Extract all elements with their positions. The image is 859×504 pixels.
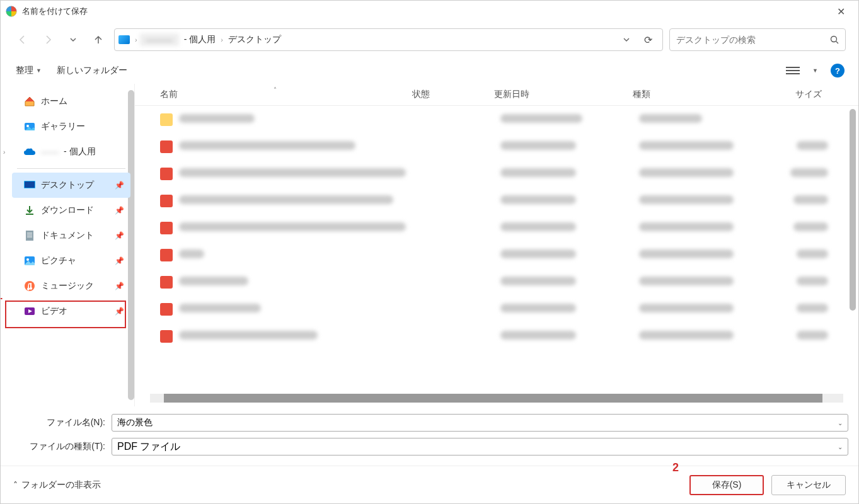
gallery-icon — [23, 120, 36, 133]
new-folder-button[interactable]: 新しいフォルダー — [55, 62, 129, 79]
sidebar-videos[interactable]: ビデオ 📌 — [12, 299, 130, 324]
column-header-name[interactable]: 名前˄ — [160, 89, 412, 100]
search-box[interactable] — [669, 28, 846, 51]
svg-rect-7 — [26, 231, 33, 241]
breadcrumb-current[interactable]: デスクトップ — [226, 33, 284, 47]
sidebar-documents[interactable]: ドキュメント 📌 — [12, 223, 130, 248]
sidebar-divider — [17, 168, 125, 169]
annotation-1: 1 — [1, 289, 3, 302]
pin-icon[interactable]: 📌 — [115, 256, 124, 265]
file-row[interactable] — [141, 160, 858, 187]
filename-field[interactable]: ⌄ — [112, 414, 848, 432]
pin-icon[interactable]: 📌 — [115, 206, 124, 215]
file-row[interactable] — [141, 295, 858, 323]
sidebar-music[interactable]: ミュージック 📌 — [12, 273, 130, 299]
video-icon — [23, 305, 36, 318]
svg-point-13 — [25, 281, 35, 291]
file-icon — [160, 140, 173, 153]
chevron-right-icon: › — [135, 36, 137, 43]
cancel-button[interactable]: キャンセル — [771, 475, 846, 495]
file-row[interactable] — [141, 214, 858, 241]
sidebar-label: ビデオ — [41, 306, 67, 317]
breadcrumb-user[interactable]: ——— — [140, 33, 179, 46]
search-icon[interactable] — [830, 35, 839, 44]
recent-dropdown[interactable] — [64, 30, 83, 49]
svg-point-4 — [26, 125, 29, 127]
save-button[interactable]: 保存(S) — [689, 475, 764, 495]
file-icon — [160, 195, 173, 207]
file-icon — [160, 276, 173, 289]
column-header-size[interactable]: サイズ — [752, 89, 822, 100]
view-options[interactable] — [786, 64, 800, 77]
column-header-date[interactable]: 更新日時 — [494, 89, 633, 100]
pin-icon[interactable]: 📌 — [115, 181, 124, 190]
file-row[interactable] — [141, 241, 858, 268]
pictures-icon — [23, 255, 36, 267]
sidebar-label: ギャラリー — [41, 121, 85, 132]
window-title: 名前を付けて保存 — [22, 6, 828, 17]
file-row[interactable] — [141, 268, 858, 295]
filetype-field[interactable]: PDF ファイル ⌄ — [112, 438, 848, 455]
pin-icon[interactable]: 📌 — [115, 307, 124, 316]
close-button[interactable]: ✕ — [828, 2, 853, 21]
file-icon — [160, 249, 173, 261]
refresh-button[interactable]: ⟳ — [638, 34, 659, 46]
sidebar-label: デスクトップ — [41, 180, 94, 191]
file-icon — [160, 303, 173, 316]
column-header-type[interactable]: 種類 — [633, 89, 752, 100]
file-rows — [135, 106, 858, 391]
sidebar-label: ピクチャ — [41, 255, 76, 266]
sidebar-onedrive[interactable]: › —— - 個人用 — [12, 139, 130, 164]
chevron-right-icon: › — [221, 36, 223, 43]
organize-menu[interactable]: 整理▼ — [14, 62, 43, 79]
sidebar-gallery[interactable]: ギャラリー — [12, 114, 130, 139]
app-icon — [6, 6, 17, 17]
breadcrumb-personal[interactable]: - 個人用 — [182, 33, 219, 47]
horizontal-scrollbar[interactable] — [150, 394, 843, 403]
filename-label: ファイル名(N): — [11, 417, 112, 428]
vertical-scrollbar[interactable] — [850, 109, 856, 311]
download-icon — [23, 204, 36, 217]
sidebar-downloads[interactable]: ダウンロード 📌 — [12, 198, 130, 223]
filename-dropdown[interactable]: ⌄ — [838, 420, 843, 427]
chevron-right-icon[interactable]: › — [3, 149, 5, 156]
svg-rect-6 — [25, 181, 35, 188]
filename-input[interactable] — [117, 418, 838, 428]
forward-button[interactable] — [38, 30, 57, 49]
folder-icon — [160, 113, 173, 126]
sidebar-label: - 個人用 — [64, 146, 96, 158]
svg-point-1 — [831, 37, 837, 42]
sidebar-home[interactable]: ホーム — [12, 89, 130, 114]
address-dropdown[interactable] — [618, 36, 635, 43]
file-row[interactable] — [141, 106, 858, 133]
svg-point-12 — [26, 258, 29, 261]
svg-line-2 — [836, 42, 839, 44]
up-button[interactable] — [89, 30, 108, 49]
file-row[interactable] — [141, 133, 858, 160]
hide-folders-toggle[interactable]: ˄ フォルダーの非表示 — [13, 479, 101, 491]
file-row[interactable] — [141, 323, 858, 350]
cloud-icon — [23, 146, 36, 158]
search-input[interactable] — [676, 35, 830, 45]
document-icon — [23, 229, 36, 242]
help-button[interactable]: ? — [831, 64, 845, 77]
sidebar-desktop[interactable]: デスクトップ 📌 — [12, 173, 130, 198]
filetype-value: PDF ファイル — [117, 440, 838, 454]
file-row[interactable] — [141, 187, 858, 214]
chevron-up-icon: ˄ — [13, 480, 18, 490]
column-header-state[interactable]: 状態 — [412, 89, 494, 100]
sort-indicator-icon: ˄ — [274, 86, 277, 93]
pin-icon[interactable]: 📌 — [115, 231, 124, 240]
back-button[interactable] — [13, 30, 32, 49]
music-icon — [23, 280, 36, 292]
sidebar-label: ミュージック — [41, 280, 94, 292]
filetype-dropdown[interactable]: ⌄ — [838, 444, 843, 450]
sidebar-label: ホーム — [41, 96, 67, 107]
address-bar[interactable]: › ——— - 個人用 › デスクトップ ⟳ — [114, 28, 663, 51]
sidebar-onedrive-name: —— — [41, 147, 59, 157]
sidebar-pictures[interactable]: ピクチャ 📌 — [12, 248, 130, 273]
view-dropdown[interactable]: ▼ — [812, 67, 818, 74]
pin-icon[interactable]: 📌 — [115, 282, 124, 290]
sidebar-label: ドキュメント — [41, 230, 94, 241]
filetype-label: ファイルの種類(T): — [11, 441, 112, 452]
